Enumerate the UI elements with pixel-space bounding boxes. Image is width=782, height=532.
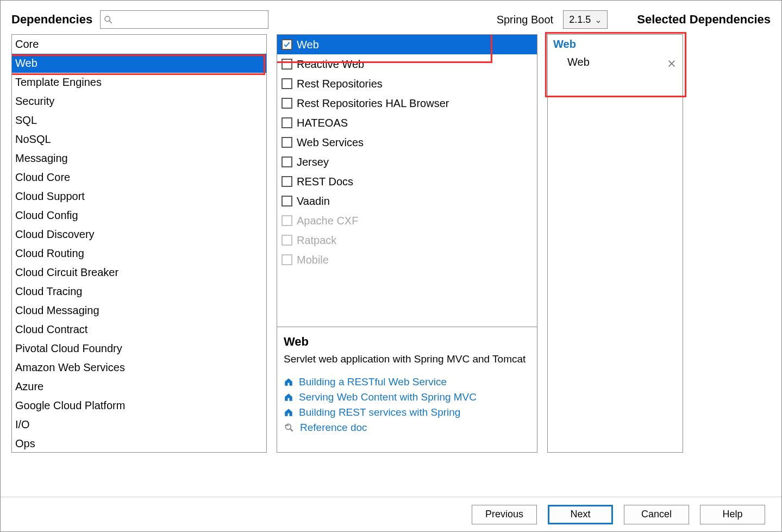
- dependency-item[interactable]: Rest Repositories: [277, 74, 537, 93]
- checkbox[interactable]: [281, 137, 292, 148]
- dependency-item[interactable]: Vaadin: [277, 191, 537, 211]
- dependency-label: Reactive Web: [297, 58, 364, 71]
- checkbox[interactable]: [281, 117, 292, 128]
- category-item[interactable]: Web: [12, 54, 266, 73]
- help-button[interactable]: Help: [700, 505, 765, 524]
- previous-button[interactable]: Previous: [472, 505, 537, 524]
- category-item[interactable]: Cloud Config: [12, 206, 266, 225]
- category-item[interactable]: Cloud Support: [12, 187, 266, 206]
- selected-panel: Web Web: [547, 34, 683, 453]
- dependency-label: Rest Repositories: [297, 78, 383, 90]
- category-item[interactable]: Core: [12, 35, 266, 54]
- svg-line-3: [290, 428, 293, 431]
- category-item[interactable]: Security: [12, 92, 266, 111]
- category-item[interactable]: Cloud Core: [12, 168, 266, 187]
- dependency-item[interactable]: Rest Repositories HAL Browser: [277, 93, 537, 113]
- checkbox[interactable]: [281, 196, 292, 206]
- checkbox[interactable]: [281, 176, 292, 187]
- svg-rect-4: [285, 425, 289, 426]
- spring-boot-label: Spring Boot: [497, 14, 554, 26]
- home-icon: [284, 377, 293, 387]
- dependency-label: REST Docs: [297, 176, 353, 188]
- dependency-item[interactable]: REST Docs: [277, 172, 537, 191]
- selected-group-header: Web: [548, 35, 683, 53]
- checkbox[interactable]: [281, 157, 292, 167]
- selected-dependencies-label: Selected Dependencies: [637, 12, 771, 27]
- home-icon: [284, 408, 293, 417]
- dependency-label: Rest Repositories HAL Browser: [297, 97, 449, 110]
- description-text: Servlet web application with Spring MVC …: [284, 352, 530, 366]
- dependency-item[interactable]: HATEOAS: [277, 113, 537, 133]
- svg-point-0: [105, 16, 110, 21]
- dependency-item[interactable]: Jersey: [277, 152, 537, 172]
- dependency-item[interactable]: Web: [277, 35, 537, 54]
- next-button[interactable]: Next: [548, 505, 613, 524]
- category-item[interactable]: Cloud Messaging: [12, 301, 266, 320]
- category-item[interactable]: Cloud Circuit Breaker: [12, 263, 266, 282]
- dependency-label: Vaadin: [297, 195, 330, 208]
- dependency-item: Apache CXF: [277, 211, 537, 230]
- chevron-down-icon: [595, 16, 602, 23]
- guide-label: Building a RESTful Web Service: [299, 376, 447, 388]
- reference-doc-link[interactable]: Reference doc: [284, 422, 530, 434]
- category-item[interactable]: Azure: [12, 377, 266, 396]
- category-item[interactable]: SQL: [12, 111, 266, 130]
- description-panel: Web Servlet web application with Spring …: [277, 327, 537, 452]
- category-item[interactable]: Amazon Web Services: [12, 358, 266, 377]
- category-item[interactable]: Cloud Routing: [12, 244, 266, 263]
- guide-label: Building REST services with Spring: [299, 406, 460, 418]
- search-input[interactable]: [112, 11, 265, 28]
- category-item[interactable]: Cloud Tracing: [12, 282, 266, 301]
- dependency-label: Apache CXF: [297, 215, 358, 227]
- guide-link[interactable]: Building REST services with Spring: [284, 406, 530, 418]
- guide-link[interactable]: Building a RESTful Web Service: [284, 376, 530, 388]
- description-title: Web: [284, 335, 530, 349]
- category-item[interactable]: Ops: [12, 434, 266, 452]
- cancel-button[interactable]: Cancel: [624, 505, 689, 524]
- home-icon: [284, 392, 293, 402]
- category-item[interactable]: Template Engines: [12, 73, 266, 92]
- categories-panel: CoreWebTemplate EnginesSecuritySQLNoSQLM…: [11, 34, 267, 453]
- dependency-label: Ratpack: [297, 234, 336, 247]
- dependency-item[interactable]: Reactive Web: [277, 54, 537, 74]
- category-item[interactable]: Pivotal Cloud Foundry: [12, 339, 266, 358]
- category-item[interactable]: Messaging: [12, 149, 266, 168]
- dependencies-label: Dependencies: [11, 12, 92, 27]
- search-icon: [104, 15, 112, 24]
- selected-item-label: Web: [567, 56, 590, 68]
- reference-doc-label: Reference doc: [300, 422, 367, 434]
- dependency-item: Mobile: [277, 250, 537, 270]
- checkbox[interactable]: [281, 78, 292, 89]
- header: Dependencies Spring Boot 2.1.5 Selected …: [1, 1, 781, 34]
- spring-boot-version-select[interactable]: 2.1.5: [563, 10, 608, 29]
- dependency-item[interactable]: Web Services: [277, 133, 537, 152]
- dependency-label: Mobile: [297, 254, 329, 266]
- checkbox: [281, 254, 292, 265]
- svg-line-1: [109, 21, 112, 23]
- category-item[interactable]: Google Cloud Platform: [12, 396, 266, 415]
- spring-boot-version-value: 2.1.5: [569, 14, 591, 26]
- dependency-label: Jersey: [297, 156, 329, 168]
- category-item[interactable]: I/O: [12, 415, 266, 434]
- guide-label: Serving Web Content with Spring MVC: [299, 391, 477, 403]
- reference-icon: [284, 422, 295, 433]
- checkbox[interactable]: [281, 98, 292, 109]
- guide-link[interactable]: Serving Web Content with Spring MVC: [284, 391, 530, 403]
- footer: Previous Next Cancel Help: [1, 497, 781, 531]
- checkbox[interactable]: [281, 39, 292, 50]
- search-box[interactable]: [100, 10, 268, 29]
- selected-item: Web: [548, 53, 683, 72]
- category-item[interactable]: NoSQL: [12, 130, 266, 149]
- dependency-label: HATEOAS: [297, 117, 348, 129]
- checkbox: [281, 215, 292, 226]
- dependency-label: Web Services: [297, 136, 364, 149]
- dependency-label: Web: [297, 39, 319, 51]
- checkbox: [281, 235, 292, 246]
- remove-icon[interactable]: [667, 58, 676, 67]
- category-item[interactable]: Cloud Contract: [12, 320, 266, 339]
- category-item[interactable]: Cloud Discovery: [12, 225, 266, 244]
- dependency-item: Ratpack: [277, 230, 537, 250]
- checkbox[interactable]: [281, 59, 292, 70]
- dependencies-panel: WebReactive WebRest RepositoriesRest Rep…: [277, 34, 537, 453]
